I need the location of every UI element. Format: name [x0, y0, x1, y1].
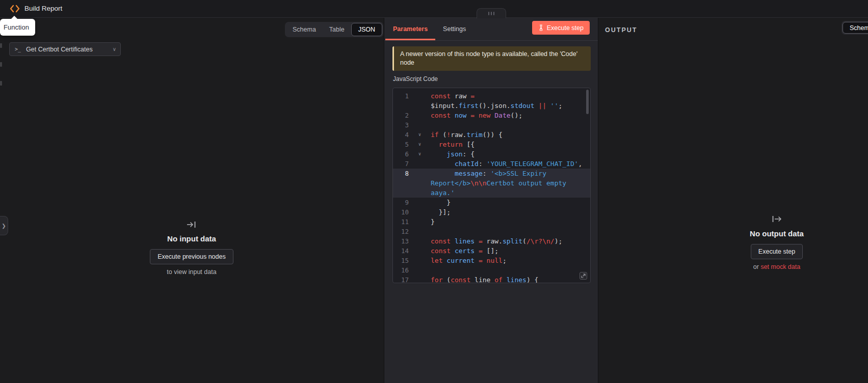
fold-icon[interactable]: ∨ — [409, 149, 431, 159]
fold-icon[interactable]: ∨ — [409, 130, 431, 140]
input-empty-subtitle: to view input data — [115, 268, 268, 276]
output-tab-schema[interactable]: Schema — [843, 22, 868, 34]
tooltip-caret — [11, 16, 17, 19]
tab-parameters[interactable]: Parameters — [385, 18, 435, 40]
line-number: 13 — [393, 236, 409, 246]
line-number: 15 — [393, 256, 409, 265]
code-row[interactable]: 16 — [393, 265, 590, 275]
node-detail-view: Build Report Function >_ Get Certbot Cer… — [0, 0, 868, 383]
input-node-selector[interactable]: >_ Get Certbot Certificates ∨ — [9, 42, 121, 56]
code-row[interactable]: aaya.' — [393, 188, 590, 198]
mock-data-line: or set mock data — [700, 263, 853, 270]
code-field-label: JavaScript Code — [393, 75, 438, 83]
line-number — [393, 101, 409, 111]
code-row[interactable]: 4∨if (!raw.trim()) { — [393, 130, 590, 140]
fold-spacer — [409, 265, 431, 275]
fold-spacer — [409, 120, 431, 130]
code-text: const certs = []; — [431, 246, 498, 256]
input-node-selector-value: Get Certbot Certificates — [26, 46, 93, 53]
input-empty-state: No input data Execute previous nodes to … — [115, 221, 268, 276]
output-execute-step-button[interactable]: Execute step — [751, 244, 803, 259]
output-empty-title: No output data — [700, 229, 853, 238]
code-text: for (const line of lines) { — [431, 275, 538, 283]
code-row[interactable]: 14const certs = []; — [393, 246, 590, 256]
parameters-panel: Parameters Settings Execute step A newer… — [384, 18, 598, 383]
execute-step-button[interactable]: Execute step — [532, 21, 590, 35]
output-panel: OUTPUT Schema No output data Execute ste… — [598, 18, 868, 383]
fold-spacer — [409, 207, 431, 217]
code-lines: 1const raw =$input.first().json.stdout |… — [393, 88, 590, 283]
edge-fragment — [0, 43, 2, 48]
edge-fragment — [0, 62, 2, 67]
line-number: 1 — [393, 91, 409, 101]
fold-spacer — [409, 159, 431, 169]
code-text: Report</b>\n\nCertbot output empty — [431, 178, 566, 188]
fold-spacer — [409, 246, 431, 256]
code-row[interactable]: 2const now = new Date(); — [393, 111, 590, 120]
fold-spacer — [409, 188, 431, 198]
code-row[interactable]: 10}]; — [393, 207, 590, 217]
input-empty-title: No input data — [115, 234, 268, 243]
code-row[interactable]: 5∨return [{ — [393, 140, 590, 149]
tab-settings[interactable]: Settings — [435, 18, 474, 40]
code-text: let current = null; — [431, 256, 507, 265]
line-number: 9 — [393, 198, 409, 207]
code-row[interactable]: 12 — [393, 227, 590, 236]
code-row[interactable]: Report</b>\n\nCertbot output empty — [393, 178, 590, 188]
expand-panel-handle[interactable]: ❯ — [0, 216, 8, 235]
code-row[interactable]: 17for (const line of lines) { — [393, 275, 590, 283]
line-number: 14 — [393, 246, 409, 256]
function-tooltip: Function — [0, 19, 35, 36]
fold-spacer — [409, 91, 431, 101]
code-text: aaya.' — [431, 188, 455, 198]
panel-drag-handle[interactable] — [477, 8, 506, 18]
code-row[interactable]: 8message: '<b>SSL Expiry — [393, 169, 590, 178]
fold-spacer — [409, 217, 431, 227]
line-number: 2 — [393, 111, 409, 120]
fold-spacer — [409, 178, 431, 188]
code-text: } — [431, 217, 435, 227]
arrow-out-of-bar-icon — [771, 214, 782, 224]
code-row[interactable]: 15let current = null; — [393, 256, 590, 265]
code-row[interactable]: 13const lines = raw.split(/\r?\n/); — [393, 236, 590, 246]
fold-spacer — [409, 275, 431, 283]
expand-editor-button[interactable] — [580, 272, 587, 280]
code-text: return [{ — [431, 140, 475, 149]
output-view-tabs: Schema — [841, 21, 868, 35]
fold-spacer — [409, 111, 431, 120]
editor-scrollbar[interactable] — [586, 90, 589, 114]
tooltip-label: Function — [4, 23, 29, 31]
chevron-down-icon: ∨ — [113, 46, 116, 52]
code-row[interactable]: 6∨json: { — [393, 149, 590, 159]
line-number: 5 — [393, 140, 409, 149]
version-notice-text: A newer version of this node type is ava… — [400, 50, 577, 66]
line-number — [393, 178, 409, 188]
mock-data-prefix: or — [753, 263, 761, 270]
line-number: 16 — [393, 265, 409, 275]
fold-spacer — [409, 256, 431, 265]
input-view-tabs: Schema Table JSON — [285, 22, 383, 37]
code-row[interactable]: 3 — [393, 120, 590, 130]
code-row[interactable]: 11} — [393, 217, 590, 227]
code-text: json: { — [431, 149, 475, 159]
output-header: OUTPUT — [605, 26, 637, 34]
fold-spacer — [409, 236, 431, 246]
tab-schema[interactable]: Schema — [286, 23, 323, 36]
code-row[interactable]: $input.first().json.stdout || ''; — [393, 101, 590, 111]
code-row[interactable]: 9} — [393, 198, 590, 207]
line-number: 8 — [393, 169, 409, 178]
execute-previous-nodes-button[interactable]: Execute previous nodes — [150, 249, 233, 264]
code-row[interactable]: 1const raw = — [393, 91, 590, 101]
fold-icon[interactable]: ∨ — [409, 140, 431, 149]
flask-icon — [538, 24, 544, 31]
tab-table[interactable]: Table — [323, 23, 351, 36]
code-row[interactable]: 7chatId: 'YOUR_TELEGRAM_CHAT_ID', — [393, 159, 590, 169]
output-empty-state: No output data Execute step or set mock … — [700, 214, 853, 270]
set-mock-data-link[interactable]: set mock data — [760, 263, 800, 270]
topbar: Build Report — [0, 0, 868, 18]
code-editor[interactable]: 1const raw =$input.first().json.stdout |… — [392, 88, 591, 283]
code-text: $input.first().json.stdout || ''; — [431, 101, 562, 111]
code-brackets-icon — [9, 4, 20, 13]
tab-json[interactable]: JSON — [351, 23, 382, 36]
fold-spacer — [409, 169, 431, 178]
